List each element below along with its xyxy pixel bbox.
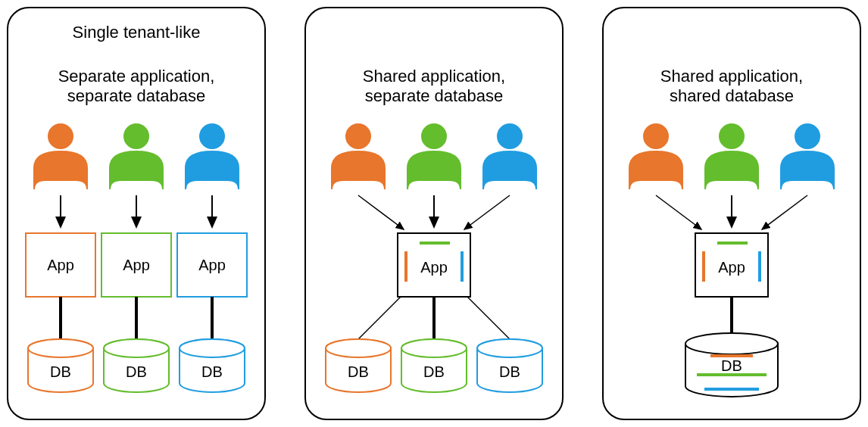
- panel2-title2: Shared application,: [363, 67, 505, 86]
- svg-point-14: [477, 339, 542, 357]
- person-icon: [407, 124, 461, 189]
- svg-point-6: [104, 339, 169, 357]
- svg-point-8: [180, 339, 245, 357]
- diagram-svg: Single tenant-like Separate application,…: [0, 0, 868, 427]
- app-label: App: [123, 257, 150, 273]
- person-icon: [483, 124, 536, 189]
- person-icon: [110, 124, 163, 189]
- connector-line: [467, 297, 510, 339]
- person-icon: [34, 124, 87, 189]
- svg-point-4: [28, 339, 93, 357]
- db-label: DB: [126, 363, 147, 380]
- person-icon: [629, 124, 682, 189]
- app-label: App: [718, 259, 745, 276]
- app-label: App: [420, 259, 448, 276]
- svg-point-15: [685, 333, 778, 354]
- panel2-title3: separate database: [365, 86, 503, 105]
- panel-shared-app-shared-db: Shared application, shared database App …: [603, 8, 860, 419]
- arrow-icon: [464, 195, 510, 229]
- app-label: App: [47, 257, 74, 273]
- panel-shared-app-separate-db: Shared application, separate database Ap…: [305, 8, 563, 419]
- connector-line: [358, 297, 401, 339]
- db-label: DB: [348, 363, 369, 380]
- panel-single-tenant: Single tenant-like Separate application,…: [8, 8, 265, 419]
- panel3-title3: shared database: [670, 86, 794, 105]
- svg-point-12: [401, 339, 467, 357]
- arrow-icon: [762, 195, 807, 229]
- db-label: DB: [201, 363, 223, 380]
- db-label: DB: [721, 357, 742, 374]
- db-label: DB: [50, 363, 71, 380]
- person-icon: [781, 124, 834, 189]
- person-icon: [705, 124, 758, 189]
- panel1-title3: separate database: [67, 86, 205, 105]
- diagram-canvas: Single tenant-like Separate application,…: [0, 0, 868, 427]
- db-label: DB: [499, 363, 520, 380]
- arrow-icon: [358, 195, 404, 229]
- panel1-title1: Single tenant-like: [73, 23, 201, 42]
- svg-point-10: [326, 339, 391, 357]
- db-label: DB: [423, 363, 445, 380]
- panel3-title2: Shared application,: [660, 67, 803, 86]
- person-icon: [332, 124, 385, 189]
- app-label: App: [198, 257, 226, 273]
- panel1-title2: Separate application,: [58, 67, 215, 86]
- arrow-icon: [656, 195, 701, 229]
- person-icon: [186, 124, 239, 189]
